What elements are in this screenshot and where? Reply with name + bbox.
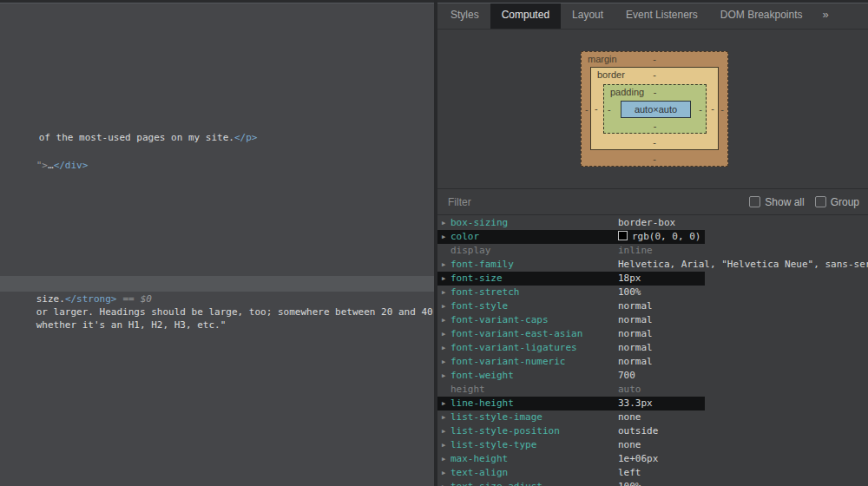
tab-computed[interactable]: Computed [490,0,561,29]
box-model-padding-box[interactable]: padding - - - - auto×auto [603,84,707,134]
expand-arrow-icon[interactable]: ▶ [442,341,445,355]
expand-arrow-icon[interactable]: ▶ [442,480,445,486]
property-name: max-height [450,452,508,466]
filter-input[interactable] [446,195,739,209]
padding-left-value[interactable]: - [608,104,611,115]
tab-label: Styles [450,9,479,21]
margin-top-value[interactable]: - [582,54,727,64]
expand-arrow-icon[interactable]: ▶ [442,216,445,230]
property-name: list-style-type [450,438,536,452]
property-row[interactable]: ▶ text-size-adjust 100% [437,480,868,486]
property-row[interactable]: ▶ height auto [437,383,868,397]
color-swatch [618,231,628,240]
padding-top-value[interactable]: - [604,87,706,97]
show-all-checkbox[interactable] [749,196,760,207]
property-name: height [450,383,485,397]
property-value: normal [618,299,653,313]
property-value: left [618,466,641,480]
expand-arrow-icon[interactable]: ▶ [442,258,445,272]
property-row[interactable]: ▶ list-style-type none [437,438,868,452]
property-name: font-variant-east-asian [450,327,582,341]
expand-arrow-icon[interactable]: ▶ [442,438,445,452]
expand-arrow-icon[interactable]: ▶ [442,369,445,383]
expand-arrow-icon[interactable]: ▶ [442,286,445,299]
property-name: font-stretch [450,286,519,299]
property-value: 700 [618,369,635,383]
property-row[interactable]: ▶ font-style normal [437,299,868,313]
tab-styles[interactable]: Styles [439,0,490,29]
box-model-content-box[interactable]: auto×auto [621,101,691,118]
property-value: border-box [618,216,675,230]
property-row[interactable]: ▶ text-align left [437,466,868,480]
property-row[interactable]: ▶ font-weight 700 [437,369,868,383]
property-row[interactable]: ▶ line-height 33.3px [437,397,868,410]
dom-tree-selected-node[interactable]: size.</strong>==$0 [0,276,434,292]
expand-arrow-icon[interactable]: ▶ [442,230,445,244]
property-row[interactable]: ▶ font-family Helvetica, Arial, "Helveti… [437,258,868,272]
box-model-margin-box[interactable]: margin - - - - border - - - - padding - … [581,51,728,167]
tab-event-listeners[interactable]: Event Listeners [615,0,709,29]
box-model-border-box[interactable]: border - - - - padding - - - - auto×auto [590,67,719,150]
expand-arrow-icon[interactable]: ▶ [442,424,445,438]
property-name: font-variant-ligatures [450,341,577,355]
property-name: display [450,244,490,258]
padding-right-value[interactable]: - [699,104,702,115]
border-left-value[interactable]: - [595,103,598,114]
border-right-value[interactable]: - [711,103,714,114]
expand-arrow-icon[interactable]: ▶ [442,410,445,424]
expand-arrow-icon[interactable]: ▶ [442,355,445,369]
dom-collapsed-ellipsis[interactable]: … [48,160,54,171]
property-row[interactable]: ▶ list-style-image none [437,410,868,424]
dom-text: of the most-used pages on my site. [39,132,234,143]
margin-bottom-value[interactable]: - [582,154,727,164]
property-name: font-family [450,258,514,272]
show-all-checkbox-group: Show all [749,196,804,208]
tab-label: Layout [572,9,603,21]
property-name: text-size-adjust [450,480,542,486]
devtools-window: of the most-used pages on my site.</p> "… [0,0,868,486]
property-row[interactable]: ▶ display inline [437,244,868,258]
margin-left-value[interactable]: - [585,104,589,115]
expand-arrow-icon[interactable]: ▶ [442,452,445,466]
property-row[interactable]: ▶ box-sizing border-box [437,216,868,230]
expand-arrow-icon[interactable]: ▶ [442,299,445,313]
dom-tree-line[interactable]: whether it's an H1, H2, H3, etc." [2,308,226,342]
property-value: 100% [618,286,641,299]
tab-dom-breakpoints[interactable]: DOM Breakpoints [709,0,814,29]
dom-attr-end: "> [36,160,48,171]
property-value: 33.3px [618,397,653,410]
margin-right-value[interactable]: - [720,104,724,115]
expand-arrow-icon[interactable]: ▶ [442,397,445,410]
property-row[interactable]: ▶ list-style-position outside [437,424,868,438]
property-row[interactable]: ▶ font-variant-numeric normal [437,355,868,369]
property-row[interactable]: ▶ font-variant-caps normal [437,313,868,327]
property-value: rgb(0, 0, 0) [618,230,700,244]
panel-resize-handle[interactable] [434,0,437,486]
show-all-label[interactable]: Show all [765,196,804,208]
elements-dom-tree-panel: of the most-used pages on my site.</p> "… [0,3,434,486]
property-row[interactable]: ▶ font-variant-east-asian normal [437,327,868,341]
expand-arrow-icon[interactable]: ▶ [442,313,445,327]
property-row[interactable]: ▶ color rgb(0, 0, 0) [437,230,868,244]
property-row[interactable]: ▶ max-height 1e+06px [437,452,868,466]
expand-arrow-icon[interactable]: ▶ [442,272,445,286]
border-bottom-value[interactable]: - [591,137,718,148]
property-row[interactable]: ▶ font-size 18px [437,272,868,286]
group-label[interactable]: Group [831,196,859,208]
property-row[interactable]: ▶ font-variant-ligatures normal [437,341,868,355]
expand-arrow-icon[interactable]: ▶ [442,327,445,341]
padding-bottom-value[interactable]: - [604,121,706,131]
property-value: outside [618,424,658,438]
tab-layout[interactable]: Layout [561,0,615,29]
more-tabs-icon[interactable]: » [814,0,838,29]
property-row[interactable]: ▶ font-stretch 100% [437,286,868,299]
dom-tree-line[interactable]: ">…</div> [2,148,88,182]
property-name: text-align [450,466,508,480]
property-name: font-style [450,299,508,313]
expand-arrow-icon[interactable]: ▶ [442,466,445,480]
property-value: normal [618,341,653,355]
property-name: list-style-position [450,424,560,438]
border-top-value[interactable]: - [591,69,718,80]
group-checkbox[interactable] [815,196,826,207]
property-value: 1e+06px [618,452,658,466]
